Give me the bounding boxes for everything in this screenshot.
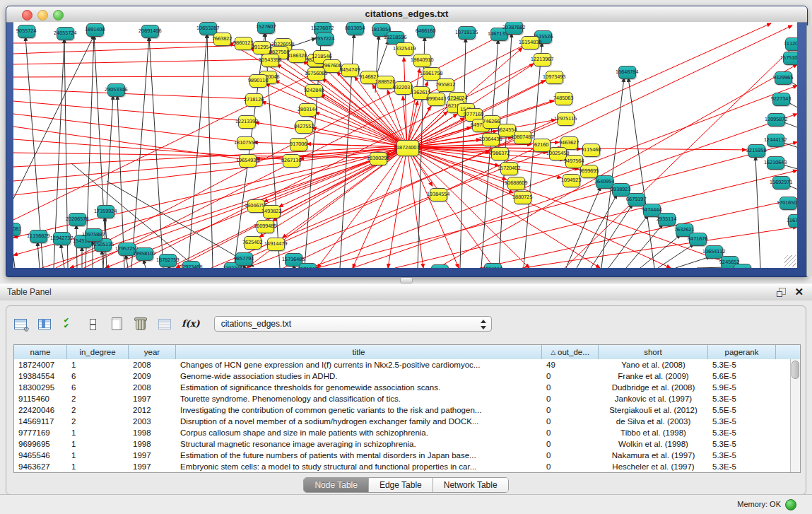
graph-node[interactable]: 16210643 (767, 156, 784, 170)
tab-edge-table[interactable]: Edge Table (369, 478, 433, 492)
graph-node[interactable]: 29053346 (107, 83, 125, 97)
graph-node[interactable]: 1527607 (257, 22, 275, 34)
row-height-icon[interactable] (86, 317, 100, 330)
table-settings-icon[interactable]: ⚙ (13, 317, 28, 330)
graph-node[interactable]: 16756085 (307, 67, 325, 81)
tab-node-table[interactable]: Node Table (304, 478, 369, 492)
graph-node[interactable]: 17359924 (97, 205, 114, 218)
graph-node[interactable]: 9115460 (582, 144, 600, 157)
graph-node[interactable]: 7957224 (316, 33, 334, 46)
float-panel-icon[interactable] (777, 288, 785, 296)
table-row[interactable]: 946362711997Embryonic stem cells: a mode… (14, 461, 791, 472)
graph-node[interactable]: 20364436 (482, 133, 500, 146)
graph-node[interactable]: 20691406 (141, 25, 159, 38)
graph-node[interactable]: 16154838 (522, 36, 539, 49)
graph-node[interactable]: 10807487 (514, 131, 531, 144)
graph-node[interactable]: 18640910 (413, 54, 431, 67)
graph-node[interactable]: 2718126 (245, 93, 263, 107)
table-row[interactable]: 1830029562008Estimation of significance … (14, 382, 791, 393)
graph-node[interactable]: 18724007 (396, 140, 419, 156)
graph-node[interactable]: 8813054 (346, 22, 364, 35)
graph-node[interactable]: 18107554 (237, 136, 254, 150)
graph-node[interactable]: 19654933 (239, 154, 257, 168)
graph-node[interactable]: 7986372 (491, 147, 509, 160)
graph-node[interactable]: 9329965 (775, 71, 792, 85)
memory-status-icon[interactable] (785, 499, 796, 510)
graph-node[interactable]: 6679197 (628, 193, 645, 206)
graph-node[interactable]: 7663822 (213, 33, 231, 46)
graph-node[interactable]: 19958107 (136, 247, 153, 261)
new-document-icon[interactable] (110, 317, 124, 330)
graph-node[interactable]: 6466160 (417, 25, 435, 38)
graph-node[interactable]: 1493822 (263, 205, 281, 218)
graph-node[interactable]: 9860123 (235, 37, 252, 50)
graph-node[interactable]: 1571648 (299, 263, 317, 269)
graph-node[interactable]: 8427552 (295, 120, 313, 134)
graph-node[interactable]: 8990443 (428, 93, 445, 106)
graph-node[interactable]: 62160 (533, 139, 551, 152)
graph-node[interactable]: 917006 (290, 138, 307, 151)
delete-trash-icon[interactable] (134, 317, 148, 330)
graph-node[interactable]: 7955812 (437, 78, 454, 92)
table-row[interactable]: 1456911722003Disruption of a novel membe… (14, 416, 791, 427)
table-row[interactable]: 2242004622012Investigating the contribut… (14, 404, 791, 416)
network-canvas[interactable]: 9055724240557241891408206914061065328715… (13, 22, 797, 268)
graph-node[interactable]: 8912954 (253, 41, 271, 54)
graph-node[interactable]: 10654112 (705, 245, 723, 259)
graph-node[interactable]: 19384554 (430, 188, 447, 201)
graph-node[interactable]: 10975887 (85, 228, 102, 242)
graph-node[interactable]: 12942737 (53, 232, 71, 245)
graph-node[interactable]: 15692971 (772, 176, 790, 189)
graph-node[interactable]: 12213967 (534, 53, 551, 66)
graph-node[interactable]: 9245653 (734, 264, 751, 269)
graph-node[interactable]: 746266 (483, 115, 500, 129)
table-row[interactable]: 1938455462009Genome-wide association stu… (14, 370, 791, 382)
tab-network-table[interactable]: Network Table (433, 478, 508, 492)
graph-node[interactable]: 12975115 (557, 112, 575, 126)
split-pane-handle[interactable] (400, 277, 413, 284)
graph-node[interactable]: 16782759 (159, 254, 177, 267)
table-row[interactable]: 1872400712008Changes of HCN gene express… (14, 359, 791, 370)
graph-node[interactable]: 1880725 (514, 191, 531, 204)
graph-node[interactable]: 24055724 (57, 27, 74, 40)
graph-node[interactable]: 8215958 (748, 144, 765, 158)
graph-node[interactable]: 16099489 (257, 220, 274, 233)
graph-node[interactable]: 10688609 (507, 177, 525, 190)
graph-node[interactable]: 9857791 (235, 252, 253, 266)
close-panel-icon[interactable]: ✕ (794, 286, 804, 298)
column-header-in_degree[interactable]: in_degree (67, 345, 129, 359)
graph-node[interactable]: 2803144 (299, 103, 317, 117)
graph-node[interactable]: 9242848 (305, 84, 323, 98)
graph-node[interactable]: 1891408 (86, 23, 104, 37)
graph-node[interactable]: 1085081 (13, 223, 20, 236)
graph-node[interactable]: 2935114 (658, 213, 676, 226)
graph-node[interactable]: 10719135 (458, 26, 476, 40)
column-header-out_de[interactable]: △out_de... (542, 345, 599, 359)
graph-node[interactable]: 1112053 (785, 37, 798, 51)
graph-node[interactable]: 1167533 (788, 214, 798, 228)
graph-node[interactable]: 7625402 (244, 236, 261, 250)
graph-node[interactable]: 8322037 (394, 81, 412, 95)
graph-node[interactable]: 1684112 (484, 263, 502, 269)
table-row[interactable]: 911546021997Tourette syndrome. Phenomeno… (14, 393, 791, 404)
scrollbar-thumb[interactable] (792, 361, 799, 379)
graph-node[interactable]: 7485063 (555, 92, 572, 105)
graph-node[interactable]: 12923468 (182, 261, 200, 269)
graph-node[interactable]: 12444132 (767, 134, 784, 147)
graph-node[interactable]: 8454749 (341, 64, 359, 77)
column-header-pagerank[interactable]: pagerank (708, 345, 776, 359)
graph-node[interactable]: 8267130 (283, 154, 300, 168)
function-builder-icon[interactable]: f(x) (182, 317, 200, 330)
graph-node[interactable]: 20387682 (505, 22, 523, 35)
graph-node[interactable]: 9699695 (580, 165, 598, 178)
graph-node[interactable]: 16648784 (618, 66, 636, 79)
vertical-scrollbar[interactable] (790, 359, 800, 472)
graph-node[interactable]: 11156829 (30, 230, 47, 243)
graph-node[interactable]: 15751074 (783, 52, 798, 65)
column-header-short[interactable]: short (599, 345, 708, 359)
graph-node[interactable]: 12213393 (238, 115, 256, 129)
graph-node[interactable]: 10543392 (261, 54, 279, 67)
graph-node[interactable]: 9227343 (772, 93, 790, 106)
table-selector-dropdown[interactable]: citations_edges.txt (214, 316, 492, 332)
graph-node[interactable]: 9890110 (249, 74, 267, 88)
